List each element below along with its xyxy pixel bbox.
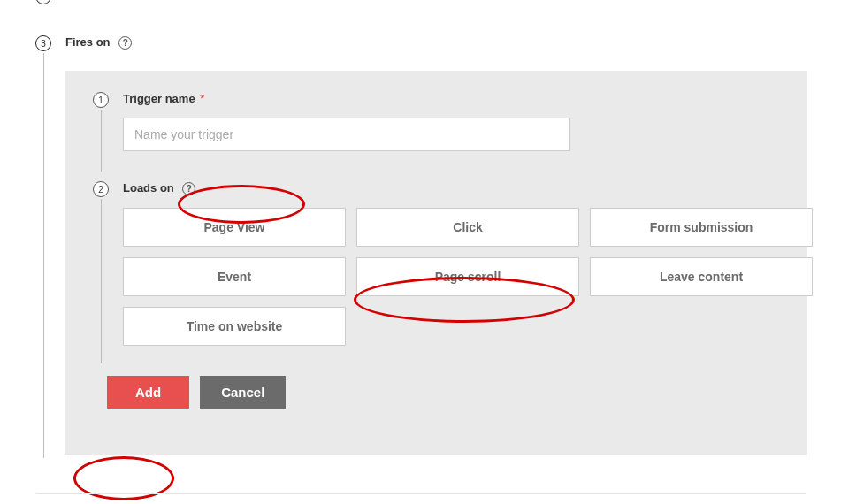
step-badge-prev	[35, 0, 51, 4]
load-option-form-submission[interactable]: Form submission	[590, 208, 813, 247]
load-option-leave-content[interactable]: Leave content	[590, 257, 813, 296]
load-option-time-on-website[interactable]: Time on website	[123, 307, 346, 346]
step-connector-line	[43, 53, 44, 458]
sub-badge-1: 1	[93, 92, 109, 108]
add-button[interactable]: Add	[107, 376, 189, 409]
bottom-divider	[36, 493, 806, 494]
fires-on-label-text: Fires on	[65, 35, 111, 49]
sub-badge-2: 2	[93, 181, 109, 197]
sub-badge-2-number: 2	[98, 185, 103, 195]
sub-step-loads-on: 2 Loads on ? Page View Click Form submis…	[86, 181, 786, 346]
trigger-name-input[interactable]	[123, 118, 570, 151]
footer-buttons: Add Cancel	[107, 376, 786, 409]
trigger-config-panel: 1 Trigger name * 2 Loads on ? Page View …	[65, 71, 807, 455]
fires-on-heading: Fires on ?	[65, 35, 132, 50]
loads-on-option-grid: Page View Click Form submission Event Pa…	[123, 208, 814, 346]
help-icon[interactable]: ?	[182, 182, 195, 195]
sub-connector-1	[101, 110, 102, 172]
step-badge-3-number: 3	[41, 39, 46, 49]
load-option-event[interactable]: Event	[123, 257, 346, 296]
help-icon[interactable]: ?	[118, 36, 132, 50]
sub-badge-1-number: 1	[98, 95, 103, 105]
load-option-page-view[interactable]: Page View	[123, 208, 346, 247]
sub-connector-2	[101, 199, 102, 363]
required-marker: *	[200, 92, 204, 105]
cancel-button[interactable]: Cancel	[200, 376, 286, 409]
step-badge-3: 3	[35, 35, 51, 51]
trigger-name-label: Trigger name *	[123, 92, 786, 105]
sub-step-trigger-name: 1 Trigger name *	[86, 92, 786, 151]
loads-on-label-text: Loads on	[123, 181, 174, 195]
loads-on-label: Loads on ?	[123, 181, 786, 195]
load-option-page-scroll[interactable]: Page scroll	[356, 257, 579, 296]
load-option-click[interactable]: Click	[356, 208, 579, 247]
trigger-name-label-text: Trigger name	[123, 92, 195, 105]
